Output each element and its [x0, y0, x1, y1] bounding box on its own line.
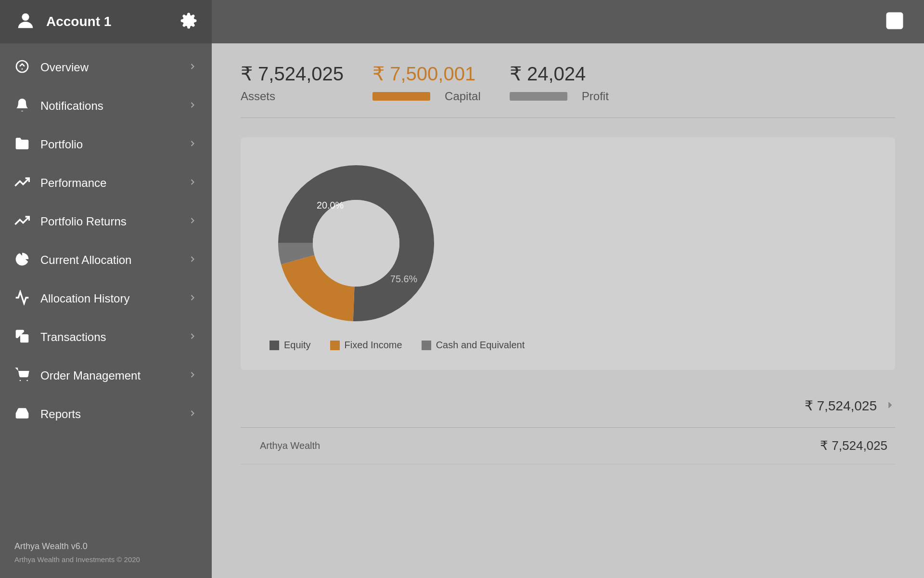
sidebar-item-allocation-history-label: Allocation History: [40, 292, 177, 305]
cash-color-swatch: [422, 341, 431, 350]
capital-bar: [372, 92, 430, 101]
sidebar-item-order-management-label: Order Management: [40, 369, 177, 382]
capital-bar-row: Capital: [372, 90, 481, 103]
trending-up-2-icon: [14, 213, 30, 230]
cash-legend-label: Cash and Equivalent: [436, 340, 525, 351]
equity-legend-label: Equity: [284, 340, 311, 351]
sidebar-header: Account 1: [0, 0, 212, 43]
stat-capital: ₹ 7,500,001 Capital: [372, 63, 481, 103]
sidebar-header-left: Account 1: [14, 10, 111, 34]
bell-icon: [14, 97, 30, 115]
svg-point-3: [26, 380, 28, 381]
arthya-wealth-row[interactable]: Arthya Wealth ₹ 7,524,025: [241, 428, 895, 464]
avatar-icon: [14, 10, 37, 34]
footer-brand: Arthya Wealth v6.0: [14, 541, 197, 552]
legend-fixed-income: Fixed Income: [330, 340, 402, 351]
sidebar: Account 1 Overview Notifications: [0, 0, 212, 578]
chart-legend: Equity Fixed Income Cash and Equivalent: [270, 340, 866, 351]
sidebar-item-performance[interactable]: Performance: [0, 164, 212, 202]
arthya-wealth-value: ₹ 7,524,025: [820, 438, 895, 453]
chevron-right-icon-8: [188, 331, 197, 343]
equity-color-swatch: [270, 341, 279, 350]
equity-pct-label: 75.6%: [390, 274, 417, 284]
main-content-area: ₹ 7,524,025 Assets ₹ 7,500,001 Capital ₹…: [212, 0, 924, 578]
chevron-right-icon-10: [188, 408, 197, 420]
sidebar-item-allocation-history[interactable]: Allocation History: [0, 279, 212, 318]
chevron-right-icon: [188, 62, 197, 73]
svg-point-12: [313, 200, 399, 287]
chart-container: 75.6% 20.0%: [270, 157, 866, 330]
sidebar-item-notifications[interactable]: Notifications: [0, 87, 212, 125]
sidebar-item-portfolio-returns[interactable]: Portfolio Returns: [0, 202, 212, 241]
chevron-right-icon-5: [188, 216, 197, 227]
stat-assets: ₹ 7,524,025 Assets: [241, 63, 344, 103]
legend-equity: Equity: [270, 340, 311, 351]
sidebar-item-current-allocation[interactable]: Current Allocation: [0, 241, 212, 279]
assets-value: ₹ 7,524,025: [241, 63, 344, 85]
sidebar-item-portfolio-returns-label: Portfolio Returns: [40, 215, 177, 228]
fixed-income-pct-label: 20.0%: [317, 200, 344, 210]
allocation-total-value: ₹ 7,524,025: [805, 398, 895, 414]
sidebar-item-current-allocation-label: Current Allocation: [40, 253, 177, 267]
chevron-right-icon-6: [188, 254, 197, 266]
chevron-right-icon-9: [188, 370, 197, 381]
speedometer-icon: [14, 59, 30, 76]
sidebar-item-order-management[interactable]: Order Management: [0, 356, 212, 395]
sidebar-item-transactions[interactable]: Transactions: [0, 318, 212, 356]
news-icon[interactable]: [885, 11, 905, 33]
footer-copyright: Arthya Wealth and Investments © 2020: [14, 555, 197, 564]
capital-label: Capital: [445, 90, 481, 103]
sidebar-item-portfolio-label: Portfolio: [40, 138, 177, 151]
sidebar-item-transactions-label: Transactions: [40, 330, 177, 344]
donut-svg: 75.6% 20.0%: [270, 157, 443, 330]
pie-chart-icon: [14, 251, 30, 269]
sidebar-item-performance-label: Performance: [40, 176, 177, 190]
activity-icon: [14, 290, 30, 307]
allocation-total-chevron[interactable]: [885, 398, 895, 414]
copy-icon: [14, 328, 30, 346]
capital-value: ₹ 7,500,001: [372, 63, 481, 85]
arthya-wealth-amount: ₹ 7,524,025: [820, 438, 887, 453]
chevron-right-icon-3: [188, 139, 197, 150]
donut-chart: 75.6% 20.0%: [270, 157, 443, 330]
legend-cash: Cash and Equivalent: [422, 340, 525, 351]
profit-label: Profit: [582, 90, 609, 103]
chart-section: 75.6% 20.0% Equity Fixed Income Cash a: [241, 137, 895, 370]
svg-point-2: [20, 380, 21, 381]
sidebar-item-overview[interactable]: Overview: [0, 48, 212, 87]
svg-rect-8: [897, 22, 900, 25]
inbox-icon: [14, 406, 30, 423]
sidebar-item-reports-label: Reports: [40, 407, 177, 421]
stat-profit: ₹ 24,024 Profit: [510, 63, 609, 103]
chevron-right-icon-4: [188, 177, 197, 189]
sidebar-item-overview-label: Overview: [40, 61, 177, 74]
sidebar-footer: Arthya Wealth v6.0 Arthya Wealth and Inv…: [0, 532, 212, 578]
folder-icon: [14, 136, 30, 153]
account-title: Account 1: [46, 14, 111, 29]
cart-icon: [14, 367, 30, 384]
allocation-total-amount: ₹ 7,524,025: [805, 398, 877, 414]
assets-label: Assets: [241, 90, 344, 103]
sidebar-item-notifications-label: Notifications: [40, 99, 177, 113]
profit-bar: [510, 92, 567, 101]
stats-row: ₹ 7,524,025 Assets ₹ 7,500,001 Capital ₹…: [241, 63, 895, 118]
gear-icon[interactable]: [180, 12, 197, 31]
main-topbar: [212, 0, 924, 43]
svg-rect-1: [20, 334, 28, 342]
sidebar-nav: Overview Notifications Portfolio: [0, 43, 212, 532]
chevron-right-icon-2: [188, 100, 197, 112]
profit-bar-row: Profit: [510, 90, 609, 103]
chevron-right-icon-7: [188, 293, 197, 304]
profit-value: ₹ 24,024: [510, 63, 609, 85]
sidebar-item-reports[interactable]: Reports: [0, 395, 212, 434]
arthya-wealth-label: Arthya Wealth: [260, 440, 320, 451]
svg-point-0: [22, 13, 29, 21]
fixed-income-legend-label: Fixed Income: [345, 340, 402, 351]
main-content: ₹ 7,524,025 Assets ₹ 7,500,001 Capital ₹…: [212, 43, 924, 578]
trending-up-icon: [14, 174, 30, 192]
allocation-total-row[interactable]: ₹ 7,524,025: [241, 384, 895, 428]
fixed-income-color-swatch: [330, 341, 340, 350]
sidebar-item-portfolio[interactable]: Portfolio: [0, 125, 212, 164]
